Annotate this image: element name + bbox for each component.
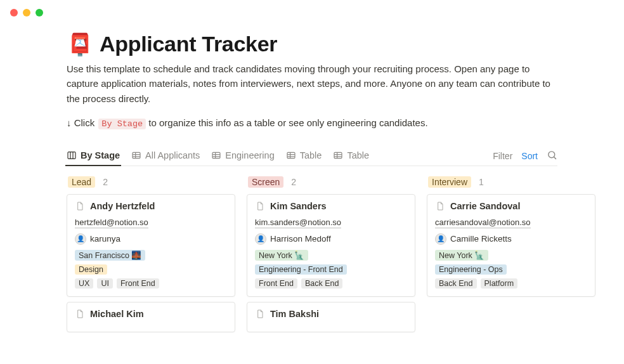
table-icon bbox=[131, 150, 141, 160]
card-title: Michael Kim bbox=[75, 309, 227, 319]
hint-code: By Stage bbox=[98, 119, 146, 129]
column-interview: Interview 1 Carrie Sandoval carriesandov… bbox=[427, 176, 595, 337]
column-lead: Lead 2 Andy Hertzfeld hertzfeld@notion.s… bbox=[67, 176, 235, 337]
doc-icon bbox=[75, 201, 85, 211]
tab-label: All Applicants bbox=[145, 150, 200, 160]
location-tag: New York 🗽 bbox=[435, 250, 488, 261]
doc-icon bbox=[255, 201, 265, 211]
tab-label: Table bbox=[347, 150, 369, 160]
filter-button[interactable]: Filter bbox=[493, 151, 512, 161]
skill-tag: Back End bbox=[301, 278, 343, 289]
card-title: Carrie Sandoval bbox=[435, 201, 587, 211]
tab-table[interactable]: Table bbox=[333, 146, 369, 166]
minimize-icon[interactable] bbox=[23, 9, 30, 16]
column-screen: Screen 2 Kim Sanders kim.sanders@notion.… bbox=[247, 176, 415, 337]
svg-point-0 bbox=[549, 152, 555, 158]
down-arrow-icon: ↓ Click bbox=[67, 117, 94, 128]
assignee-name: karunya bbox=[90, 234, 120, 244]
assignee: 👤Harrison Medoff bbox=[255, 233, 407, 245]
tab-label: By Stage bbox=[81, 150, 120, 160]
table-icon bbox=[286, 150, 296, 160]
tab-label: Table bbox=[300, 150, 322, 160]
column-count: 2 bbox=[103, 177, 108, 187]
avatar-icon: 👤 bbox=[255, 233, 266, 245]
mailbox-icon: 📮 bbox=[67, 34, 93, 55]
doc-icon bbox=[435, 201, 445, 211]
skill-tag: Platform bbox=[481, 278, 518, 289]
kanban-board: Lead 2 Andy Hertzfeld hertzfeld@notion.s… bbox=[67, 176, 557, 337]
hint-suffix: to organize this info as a table or see … bbox=[148, 117, 427, 128]
applicant-card[interactable]: Kim Sanders kim.sanders@notion.so👤Harris… bbox=[247, 194, 415, 297]
skill-tag: Back End bbox=[435, 278, 477, 289]
applicant-card[interactable]: Tim Bakshi bbox=[247, 302, 415, 332]
applicant-name: Tim Bakshi bbox=[270, 309, 319, 319]
avatar-icon: 👤 bbox=[75, 233, 86, 245]
board-icon bbox=[67, 150, 77, 160]
maximize-icon[interactable] bbox=[36, 9, 43, 16]
page-description: Use this template to schedule and track … bbox=[67, 62, 557, 106]
page-title: 📮 Applicant Tracker bbox=[67, 32, 557, 56]
card-title: Andy Hertzfeld bbox=[75, 201, 227, 211]
close-icon[interactable] bbox=[10, 9, 18, 16]
search-icon[interactable] bbox=[547, 150, 557, 162]
card-title: Tim Bakshi bbox=[255, 309, 407, 319]
column-title[interactable]: Interview bbox=[428, 176, 471, 188]
tab-table[interactable]: Table bbox=[286, 146, 322, 166]
column-count: 1 bbox=[479, 177, 484, 187]
table-icon bbox=[211, 150, 221, 160]
assignee: 👤Camille Ricketts bbox=[435, 233, 587, 245]
role-tag: Design bbox=[75, 264, 107, 275]
view-actions: Filter Sort bbox=[493, 150, 557, 162]
applicant-name: Carrie Sandoval bbox=[450, 201, 520, 211]
applicant-email[interactable]: carriesandoval@notion.so bbox=[435, 218, 531, 228]
skill-tag: Front End bbox=[117, 278, 159, 289]
applicant-name: Kim Sanders bbox=[270, 201, 327, 211]
column-header: Lead 2 bbox=[67, 176, 235, 188]
assignee-name: Camille Ricketts bbox=[450, 234, 512, 244]
tab-label: Engineering bbox=[225, 150, 274, 160]
column-header: Screen 2 bbox=[247, 176, 415, 188]
sort-button[interactable]: Sort bbox=[521, 151, 538, 161]
view-tabs: By StageAll ApplicantsEngineeringTableTa… bbox=[67, 146, 493, 166]
tab-all-applicants[interactable]: All Applicants bbox=[131, 146, 200, 166]
applicant-card[interactable]: Carrie Sandoval carriesandoval@notion.so… bbox=[427, 194, 595, 297]
page-hint: ↓ Click By Stage to organize this info a… bbox=[67, 117, 557, 129]
applicant-name: Andy Hertzfeld bbox=[90, 201, 155, 211]
assignee-name: Harrison Medoff bbox=[270, 234, 331, 244]
applicant-email[interactable]: hertzfeld@notion.so bbox=[75, 218, 148, 228]
skill-tag: UX bbox=[75, 278, 93, 289]
svg-line-1 bbox=[554, 157, 556, 159]
applicant-card[interactable]: Andy Hertzfeld hertzfeld@notion.so👤karun… bbox=[67, 194, 235, 297]
card-title: Kim Sanders bbox=[255, 201, 407, 211]
role-tag: Engineering - Front End bbox=[255, 264, 347, 275]
tab-by-stage[interactable]: By Stage bbox=[67, 146, 120, 166]
skill-tag: Front End bbox=[255, 278, 297, 289]
doc-icon bbox=[75, 309, 85, 319]
location-tag: San Francisco 🌉 bbox=[75, 250, 145, 261]
doc-icon bbox=[255, 309, 265, 319]
column-count: 2 bbox=[291, 177, 296, 187]
column-title[interactable]: Screen bbox=[248, 176, 283, 188]
role-tag: Engineering - Ops bbox=[435, 264, 507, 275]
applicant-card[interactable]: Michael Kim bbox=[67, 302, 235, 332]
location-tag: New York 🗽 bbox=[255, 250, 308, 261]
view-tabs-row: By StageAll ApplicantsEngineeringTableTa… bbox=[67, 146, 557, 166]
table-icon bbox=[333, 150, 343, 160]
window-controls bbox=[0, 0, 624, 25]
assignee: 👤karunya bbox=[75, 233, 227, 245]
skill-tag: UI bbox=[97, 278, 113, 289]
page-heading: Applicant Tracker bbox=[100, 32, 277, 56]
column-header: Interview 1 bbox=[427, 176, 595, 188]
column-title[interactable]: Lead bbox=[68, 176, 95, 188]
avatar-icon: 👤 bbox=[435, 233, 446, 245]
applicant-email[interactable]: kim.sanders@notion.so bbox=[255, 218, 341, 228]
tab-engineering[interactable]: Engineering bbox=[211, 146, 274, 166]
applicant-name: Michael Kim bbox=[90, 309, 144, 319]
